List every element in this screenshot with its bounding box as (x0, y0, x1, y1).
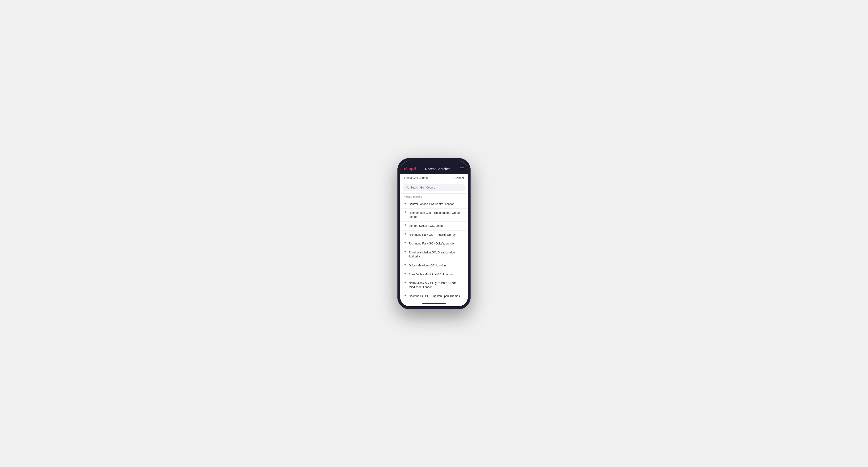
course-list-item[interactable]: 📍Coombe Hill GC, Kingston upon Thames (400, 292, 468, 301)
find-header: Find a Golf Course Cancel (400, 174, 468, 182)
course-name: Royal Wimbledon GC, Great London Authori… (409, 251, 464, 259)
pin-icon: 📍 (404, 273, 407, 276)
pin-icon: 📍 (404, 242, 407, 245)
pin-icon: 📍 (404, 282, 407, 285)
course-name: Dukes Meadows GC, London (409, 263, 446, 268)
course-list-item[interactable]: 📍London Scottish GC, London (400, 222, 468, 230)
search-bar[interactable]: 🔍 (403, 184, 465, 191)
find-label: Find a Golf Course (404, 176, 428, 180)
courses-list: 📍Central London Golf Centre, London📍Roeh… (400, 200, 468, 301)
course-name: Richmond Park GC - Prince's, Surrey (409, 233, 456, 237)
course-list-item[interactable]: 📍North Middlesex GC (1011942 - North Mid… (400, 279, 468, 292)
phone-screen: clippd Recent Searches Find a Golf Cours… (400, 161, 468, 306)
course-name: Roehampton Club - Roehampton, Greater Lo… (409, 211, 464, 219)
search-input[interactable] (410, 186, 463, 189)
course-name: Central London Golf Centre, London (409, 202, 454, 206)
content-area: Find a Golf Course Cancel 🔍 Nearby cours… (400, 174, 468, 301)
pin-icon: 📍 (404, 294, 407, 298)
nav-title: Recent Searches (425, 167, 450, 171)
nav-bar: clippd Recent Searches (400, 164, 468, 174)
course-list-item[interactable]: 📍Royal Wimbledon GC, Great London Author… (400, 248, 468, 261)
course-name: London Scottish GC, London (409, 224, 445, 228)
pin-icon: 📍 (404, 211, 407, 214)
pin-icon: 📍 (404, 203, 407, 206)
course-list-item[interactable]: 📍Central London Golf Centre, London (400, 200, 468, 209)
pin-icon: 📍 (404, 264, 407, 267)
pin-icon: 📍 (404, 233, 407, 236)
nearby-section: Nearby courses 📍Central London Golf Cent… (400, 193, 468, 301)
menu-icon[interactable] (460, 167, 464, 170)
search-bar-wrap: 🔍 (400, 182, 468, 193)
course-name: North Middlesex GC (1011942 - North Midd… (409, 281, 464, 289)
course-list-item[interactable]: 📍Roehampton Club - Roehampton, Greater L… (400, 209, 468, 222)
course-name: Coombe Hill GC, Kingston upon Thames (409, 294, 460, 298)
course-name: Richmond Park GC - Duke's, London (409, 242, 455, 246)
status-bar (400, 161, 468, 164)
app-logo: clippd (404, 166, 416, 172)
course-list-item[interactable]: 📍Dukes Meadows GC, London (400, 261, 468, 270)
search-icon: 🔍 (405, 186, 409, 189)
course-name: Brent Valley Municipal GC, London (409, 273, 453, 277)
pin-icon: 📍 (404, 224, 407, 227)
home-indicator (400, 301, 468, 306)
home-bar (422, 303, 446, 304)
course-list-item[interactable]: 📍Brent Valley Municipal GC, London (400, 270, 468, 279)
course-list-item[interactable]: 📍Richmond Park GC - Duke's, London (400, 239, 468, 248)
course-list-item[interactable]: 📍Richmond Park GC - Prince's, Surrey (400, 230, 468, 240)
pin-icon: 📍 (404, 251, 407, 254)
phone-frame: clippd Recent Searches Find a Golf Cours… (397, 158, 471, 309)
nearby-label: Nearby courses (400, 193, 468, 200)
cancel-button[interactable]: Cancel (455, 176, 464, 180)
